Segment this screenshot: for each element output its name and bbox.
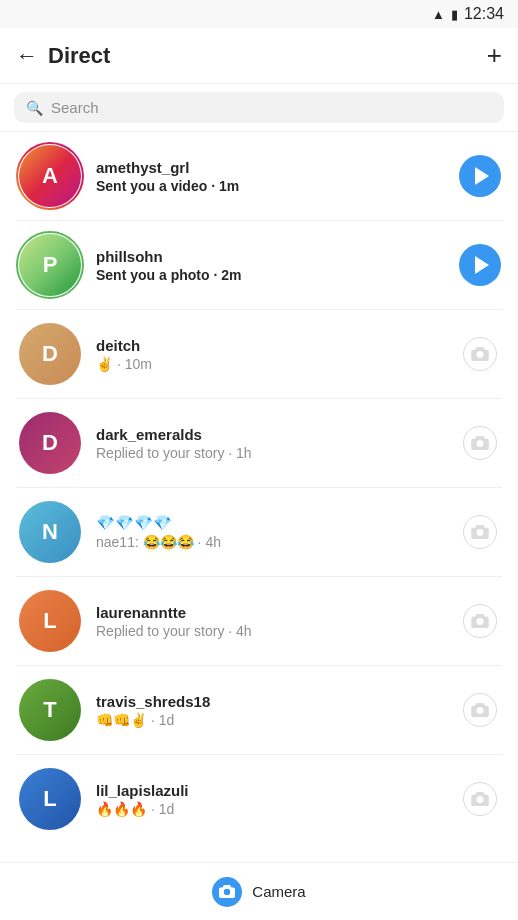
camera-button-label[interactable]: Camera: [252, 883, 305, 900]
list-item[interactable]: N💎💎💎💎nae11: 😂😂😂 · 4h: [0, 488, 518, 576]
message-preview: Replied to your story · 4h: [96, 623, 446, 639]
message-username: deitch: [96, 337, 446, 354]
message-username: laurenanntte: [96, 604, 446, 621]
camera-button[interactable]: [458, 777, 502, 821]
list-item[interactable]: Ddark_emeraldsReplied to your story · 1h: [0, 399, 518, 487]
play-icon: [459, 244, 501, 286]
message-username: dark_emeralds: [96, 426, 446, 443]
list-item[interactable]: Llil_lapislazuli🔥🔥🔥 · 1d: [0, 755, 518, 843]
list-item[interactable]: Aamethyst_grlSent you a video · 1m: [0, 132, 518, 220]
camera-button[interactable]: [458, 510, 502, 554]
message-username: amethyst_grl: [96, 159, 446, 176]
camera-icon: [463, 693, 497, 727]
avatar: P: [16, 231, 84, 299]
page-title: Direct: [48, 43, 110, 69]
avatar: D: [16, 320, 84, 388]
message-list: Aamethyst_grlSent you a video · 1mPphill…: [0, 132, 518, 843]
search-icon: 🔍: [26, 100, 43, 116]
message-preview: nae11: 😂😂😂 · 4h: [96, 534, 446, 550]
message-username: lil_lapislazuli: [96, 782, 446, 799]
status-time: 12:34: [464, 5, 504, 23]
message-preview: 👊👊✌️ · 1d: [96, 712, 446, 728]
list-item[interactable]: PphillsohnSent you a photo · 2m: [0, 221, 518, 309]
signal-icon: ▲: [432, 7, 445, 22]
avatar: T: [16, 676, 84, 744]
camera-icon: [463, 426, 497, 460]
message-username: travis_shreds18: [96, 693, 446, 710]
avatar: L: [16, 765, 84, 833]
camera-icon: [463, 604, 497, 638]
camera-button[interactable]: [458, 688, 502, 732]
list-item[interactable]: Ttravis_shreds18👊👊✌️ · 1d: [0, 666, 518, 754]
message-info: amethyst_grlSent you a video · 1m: [96, 159, 446, 194]
camera-icon: [463, 337, 497, 371]
camera-button[interactable]: [458, 599, 502, 643]
list-item[interactable]: LlaurenanntteReplied to your story · 4h: [0, 577, 518, 665]
message-preview: 🔥🔥🔥 · 1d: [96, 801, 446, 817]
message-info: 💎💎💎💎nae11: 😂😂😂 · 4h: [96, 514, 446, 550]
camera-icon: [219, 885, 235, 898]
camera-button[interactable]: [458, 421, 502, 465]
header: ← Direct +: [0, 28, 518, 84]
message-username: phillsohn: [96, 248, 446, 265]
header-left: ← Direct: [16, 43, 110, 69]
play-button[interactable]: [458, 243, 502, 287]
message-info: travis_shreds18👊👊✌️ · 1d: [96, 693, 446, 728]
bottom-bar[interactable]: Camera: [0, 862, 518, 920]
camera-button[interactable]: [458, 332, 502, 376]
play-icon: [459, 155, 501, 197]
message-username: 💎💎💎💎: [96, 514, 446, 532]
message-preview: Replied to your story · 1h: [96, 445, 446, 461]
message-info: laurenanntteReplied to your story · 4h: [96, 604, 446, 639]
message-preview: Sent you a video · 1m: [96, 178, 446, 194]
status-bar: ▲ ▮ 12:34: [0, 0, 518, 28]
search-input-wrapper[interactable]: 🔍: [14, 92, 504, 123]
camera-icon: [463, 515, 497, 549]
message-info: dark_emeraldsReplied to your story · 1h: [96, 426, 446, 461]
avatar: N: [16, 498, 84, 566]
message-info: phillsohnSent you a photo · 2m: [96, 248, 446, 283]
message-info: lil_lapislazuli🔥🔥🔥 · 1d: [96, 782, 446, 817]
battery-icon: ▮: [451, 7, 458, 22]
camera-icon: [463, 782, 497, 816]
avatar: A: [16, 142, 84, 210]
message-info: deitch✌️ · 10m: [96, 337, 446, 372]
list-item[interactable]: Ddeitch✌️ · 10m: [0, 310, 518, 398]
message-preview: Sent you a photo · 2m: [96, 267, 446, 283]
new-message-button[interactable]: +: [487, 40, 502, 71]
play-button[interactable]: [458, 154, 502, 198]
message-preview: ✌️ · 10m: [96, 356, 446, 372]
search-input[interactable]: [51, 99, 492, 116]
search-bar: 🔍: [0, 84, 518, 132]
avatar: L: [16, 587, 84, 655]
back-button[interactable]: ←: [16, 43, 38, 69]
camera-bottom-icon: [212, 877, 242, 907]
avatar: D: [16, 409, 84, 477]
